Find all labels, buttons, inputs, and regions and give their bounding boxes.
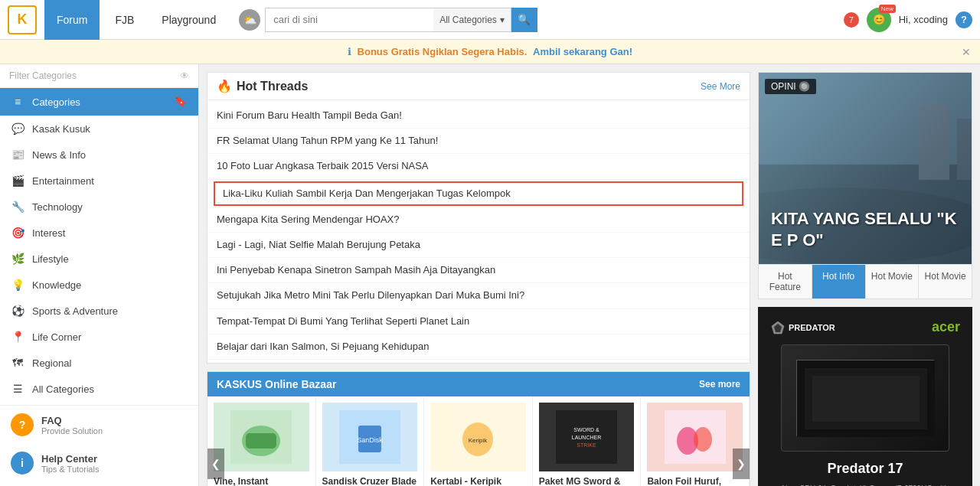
sidebar-label-all-categories: All Categories	[32, 383, 188, 395]
sidebar-label-interest: Interest	[32, 227, 188, 239]
thread-item[interactable]: Belajar dari Ikan Salmon, Si Pejuang Keh…	[207, 334, 750, 360]
thread-item[interactable]: 10 Foto Luar Angkasa Terbaik 2015 Versi …	[207, 154, 750, 179]
info-icon: ℹ	[348, 46, 351, 57]
fire-icon: 🔥	[217, 79, 232, 93]
sidebar-item-life-corner[interactable]: 📍 Life Corner	[0, 324, 198, 350]
notification-badge[interactable]: 7	[844, 12, 859, 28]
bookmark-icon: 🔖	[174, 95, 188, 109]
top-navigation: K Forum FJB Playground ⛅ All Categories …	[0, 0, 980, 40]
laptop-visual	[781, 344, 949, 452]
entertainment-icon: 🎬	[11, 175, 24, 187]
thread-item[interactable]: Tempat-Tempat Di Bumi Yang Terlihat Sepe…	[207, 309, 750, 334]
product-name-2: Kertabi - Keripik Kentang Ebi	[430, 476, 526, 486]
feature-text: KITA YANG SELALU "K E P O"	[771, 208, 959, 252]
thread-item[interactable]: Setujukah Jika Metro Mini Tak Perlu Dile…	[207, 283, 750, 308]
sidebar-item-entertainment[interactable]: 🎬 Entertainment	[0, 168, 198, 194]
sidebar-item-sports[interactable]: ⚽ Sports & Adventure	[0, 298, 198, 324]
sidebar-label-categories: Categories	[32, 96, 166, 108]
svg-point-15	[694, 427, 712, 452]
avatar[interactable]: 😊 New	[867, 8, 891, 32]
sidebar-item-regional[interactable]: 🗺 Regional	[0, 350, 198, 376]
chevron-down-icon: ▾	[500, 15, 505, 25]
opini-badge: OPINI 🔘	[765, 79, 816, 94]
magnifier-icon: 🔍	[518, 14, 531, 25]
sidebar-label-lifestyle: Lifestyle	[32, 253, 188, 265]
sidebar-item-categories[interactable]: ≡ Categories 🔖	[0, 88, 198, 116]
product-image-1: SanDisk	[322, 403, 418, 471]
thread-item[interactable]: Mengapa Kita Sering Mendengar HOAX?	[207, 207, 750, 233]
sidebar-label-entertainment: Entertainment	[32, 175, 188, 187]
tab-hot-feature[interactable]: Hot Feature	[759, 265, 812, 298]
sidebar-item-technology[interactable]: 🔧 Technology	[0, 194, 198, 220]
news-icon: 📰	[11, 148, 24, 161]
svg-text:STRIKE: STRIKE	[577, 442, 596, 448]
help-center-item[interactable]: i Help Center Tips & Tutorials	[0, 444, 198, 482]
svg-rect-26	[812, 376, 920, 422]
thread-item[interactable]: FR Selamat Ulang Tahun RPM yang Ke 11 Ta…	[207, 129, 750, 154]
ad-panel: PREDATOR acer	[758, 307, 972, 486]
tab-hot-movie-1[interactable]: Hot Movie	[866, 265, 920, 298]
sidebar-item-all-categories[interactable]: ☰ All Categories	[0, 376, 198, 402]
product-card-2[interactable]: Keripik Kertabi - Keripik Kentang Ebi Rp…	[424, 396, 533, 486]
product-card-3[interactable]: SWORD & LAUNCHER STRIKE Paket MG Sword &…	[533, 396, 642, 486]
product-image-3: SWORD & LAUNCHER STRIKE	[539, 403, 635, 471]
feature-image-bg: OPINI 🔘 KITA YANG SELALU "K E P O"	[759, 73, 972, 264]
content-columns: 🔥 Hot Threads See More Kini Forum Baru H…	[207, 72, 972, 486]
sidebar: Filter Categories 👁 ≡ Categories 🔖 💬 Kas…	[0, 64, 199, 486]
faq-text: FAQ Provide Solution	[41, 415, 103, 435]
product-name-0: Vine, Instant Greentea Latte	[214, 476, 309, 486]
content-area: 🔥 Hot Threads See More Kini Forum Baru H…	[199, 64, 980, 486]
thread-item[interactable]: Kini Forum Baru Health Tampil Beda Gan!	[207, 103, 750, 129]
faq-item[interactable]: ? FAQ Provide Solution	[0, 406, 198, 444]
search-input[interactable]	[265, 8, 433, 32]
bazaar-section: KASKUS Online Bazaar See more ❮	[207, 371, 750, 486]
sports-icon: ⚽	[11, 305, 24, 317]
nav-tab-playground[interactable]: Playground	[149, 0, 228, 40]
product-card-1[interactable]: SanDisk Sandisk Cruzer Blade CZ50 Rp. 70…	[316, 396, 425, 486]
banner-close-button[interactable]: ✕	[962, 46, 971, 58]
sidebar-item-lifestyle[interactable]: 🌿 Lifestyle	[0, 246, 198, 272]
search-button[interactable]: 🔍	[511, 8, 537, 32]
sidebar-item-interest[interactable]: 🎯 Interest	[0, 220, 198, 246]
help-center-text: Help Center Tips & Tutorials	[41, 453, 99, 474]
interest-icon: 🎯	[11, 227, 24, 239]
sidebar-item-kasak-kusuk[interactable]: 💬 Kasak Kusuk	[0, 116, 198, 142]
life-corner-icon: 📍	[11, 331, 24, 343]
help-center-sub: Tips & Tutorials	[41, 465, 99, 474]
bazaar-see-more[interactable]: See more	[699, 379, 740, 390]
technology-icon: 🔧	[11, 201, 24, 213]
hot-threads-column: 🔥 Hot Threads See More Kini Forum Baru H…	[207, 72, 750, 486]
svg-rect-2	[246, 433, 276, 448]
bazaar-next-button[interactable]: ❯	[733, 448, 750, 479]
thread-item[interactable]: Lagi - Lagi, Niat Selfie Malah Berujung …	[207, 233, 750, 258]
sidebar-label-sports: Sports & Adventure	[32, 305, 188, 317]
tab-hot-info[interactable]: Hot Info	[812, 265, 866, 298]
help-center-title: Help Center	[41, 453, 99, 465]
hot-threads-section: 🔥 Hot Threads See More Kini Forum Baru H…	[207, 72, 750, 364]
new-badge: New	[879, 5, 896, 13]
sidebar-item-knowledge[interactable]: 💡 Knowledge	[0, 272, 198, 298]
see-more-button[interactable]: See More	[701, 81, 740, 92]
nav-tab-fjb[interactable]: FJB	[103, 0, 146, 40]
bazaar-title: KASKUS Online Bazaar	[217, 378, 336, 390]
filter-label: Filter Categories	[9, 70, 77, 81]
knowledge-icon: 💡	[11, 279, 24, 291]
bazaar-prev-button[interactable]: ❮	[207, 448, 224, 479]
thread-item-highlighted[interactable]: Lika-Liku Kuliah Sambil Kerja Dan Menger…	[214, 181, 743, 206]
banner-text2[interactable]: Ambil sekarang Gan!	[533, 46, 632, 57]
hot-threads-title: 🔥 Hot Threads	[217, 79, 308, 93]
search-category-dropdown[interactable]: All Categories ▾	[433, 8, 511, 32]
sidebar-bottom: ? FAQ Provide Solution i Help Center Tip…	[0, 405, 198, 482]
tab-hot-movie-2[interactable]: Hot Movie	[919, 265, 972, 298]
logo[interactable]: K	[8, 5, 37, 34]
hot-threads-header: 🔥 Hot Threads See More	[207, 73, 750, 100]
nav-tab-forum[interactable]: Forum	[44, 0, 100, 40]
help-button[interactable]: ?	[956, 11, 972, 28]
svg-rect-19	[957, 119, 972, 180]
nav-right: 7 😊 New Hi, xcoding ?	[844, 8, 972, 32]
sidebar-label-life-corner: Life Corner	[32, 331, 188, 343]
visibility-icon[interactable]: 👁	[180, 70, 189, 81]
svg-text:SWORD &: SWORD &	[573, 427, 599, 432]
sidebar-item-news[interactable]: 📰 News & Info	[0, 142, 198, 168]
thread-item[interactable]: Ini Penyebab Kenapa Sinetron Sampah Masi…	[207, 258, 750, 283]
